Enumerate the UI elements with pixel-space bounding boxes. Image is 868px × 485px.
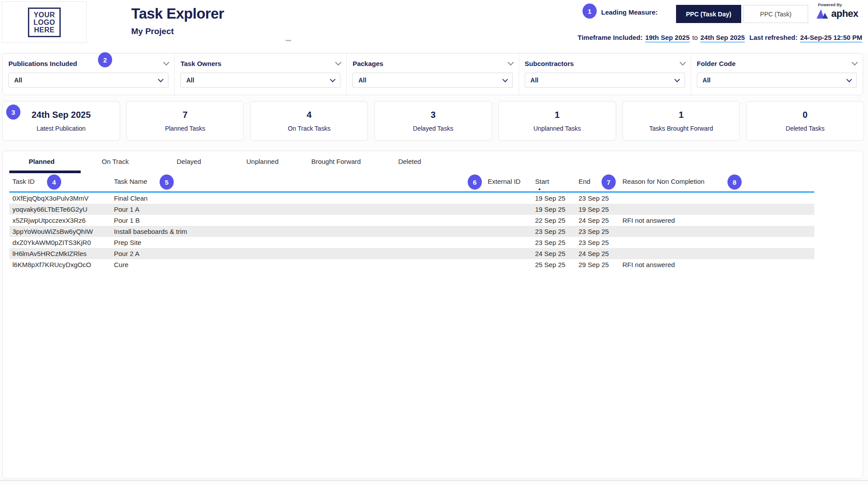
timeframe-label: Timeframe Included:: [578, 34, 642, 41]
logo-line: LOGO: [33, 19, 55, 26]
cell-reason: RFI not answered: [622, 259, 675, 270]
leading-measure-label: Leading Measure:: [601, 8, 658, 16]
cell-end: 19 Sep 25: [579, 204, 609, 215]
publications-included-dropdown[interactable]: All: [8, 73, 168, 88]
kpi-value: 24th Sep 2025: [31, 110, 90, 120]
kpi-label: Unplanned Tasks: [533, 125, 581, 132]
kpi-on-track-tasks: 4 On Track Tasks: [250, 101, 368, 141]
filter-task-owners: Task Owners All: [175, 54, 347, 95]
aphex-brand: Powered By aphex: [817, 2, 867, 19]
task-explorer-page: YOUR LOGO HERE Task Explorer My Project …: [0, 0, 868, 485]
cell-task-name: Install baseboards & trim: [114, 226, 187, 237]
timeframe-start-date: 19th Sep 2025: [645, 34, 689, 43]
timeframe-end-date: 24th Sep 2025: [700, 34, 745, 43]
column-header-end[interactable]: End: [579, 176, 590, 187]
cell-task-id: 3ppYoWouWiZsBw6yQhIW: [12, 226, 93, 237]
column-header-reason[interactable]: Reason for Non Completion: [622, 176, 704, 187]
cell-end: 23 Sep 25: [579, 226, 609, 237]
cell-task-id: yoqvaky66LTbETe6G2yU: [12, 204, 87, 215]
table-row[interactable]: dxZ0YkAWM0pZITS3KjR0 Prep Site 23 Sep 25…: [9, 237, 814, 248]
filter-label: Publications Included: [8, 60, 77, 67]
cell-task-name: Cure: [114, 259, 129, 270]
cell-end: 24 Sep 25: [579, 215, 609, 226]
table-row[interactable]: yoqvaky66LTbETe6G2yU Pour 1 A 19 Sep 25 …: [9, 204, 814, 215]
table-row[interactable]: 3ppYoWouWiZsBw6yQhIW Install baseboards …: [9, 226, 814, 237]
filter-label: Folder Code: [697, 60, 736, 67]
dropdown-value: All: [186, 77, 194, 84]
chevron-down-icon: [163, 59, 169, 65]
cell-task-id: dxZ0YkAWM0pZITS3KjR0: [12, 237, 91, 248]
cell-start: 19 Sep 25: [535, 193, 565, 204]
kpi-planned-tasks: 7 Planned Tasks: [126, 101, 244, 141]
subcontractors-dropdown[interactable]: All: [525, 73, 685, 88]
tab-deleted[interactable]: Deleted: [373, 154, 446, 169]
table-row[interactable]: lH6lmAv5HRCzMkIZRles Pour 2 A 24 Sep 25 …: [9, 248, 814, 259]
cell-task-name: Prep Site: [114, 237, 141, 248]
column-header-start[interactable]: Start: [535, 176, 549, 187]
kpi-label: Latest Publication: [37, 125, 86, 132]
cell-task-name: Pour 1 B: [114, 215, 140, 226]
sort-ascending-icon: ▲: [538, 187, 541, 191]
cell-task-name: Pour 2 A: [114, 248, 140, 259]
filter-header[interactable]: Publications Included: [8, 58, 168, 69]
dropdown-value: All: [703, 77, 711, 84]
chevron-down-icon: [846, 77, 852, 82]
column-header-task-name[interactable]: Task Name: [114, 176, 147, 187]
filter-header[interactable]: Packages: [352, 58, 512, 69]
kpi-deleted-tasks: 0 Deleted Tasks: [746, 101, 864, 141]
tab-delayed[interactable]: Delayed: [152, 154, 226, 169]
cell-start: 23 Sep 25: [535, 226, 565, 237]
column-header-external-id[interactable]: External ID: [488, 176, 520, 187]
filter-label: Packages: [352, 60, 383, 67]
kpi-value: 4: [307, 110, 312, 120]
timeframe-included: Timeframe Included: 19th Sep 2025 to 24t…: [578, 34, 745, 43]
dropdown-value: All: [14, 77, 22, 84]
annotation-badge-3: 3: [6, 105, 20, 120]
packages-dropdown[interactable]: All: [352, 73, 512, 88]
kpi-label: On Track Tasks: [288, 125, 330, 132]
filter-header[interactable]: Subcontractors: [525, 58, 685, 69]
table-row[interactable]: l6KM8pXf7KRUcyDxgOcO Cure 25 Sep 25 29 S…: [9, 259, 814, 270]
folder-code-dropdown[interactable]: All: [697, 73, 857, 88]
task-status-tabs: Planned On Track Delayed Unplanned Broug…: [5, 154, 446, 169]
cell-start: 19 Sep 25: [535, 204, 565, 215]
cell-reason: RFI not answered: [622, 215, 675, 226]
annotation-badge-2: 2: [98, 52, 112, 67]
timeframe-to: to: [692, 34, 698, 41]
kpi-value: 1: [555, 110, 559, 120]
ppc-task-day-button[interactable]: PPC (Task Day): [676, 5, 741, 23]
filter-header[interactable]: Task Owners: [180, 58, 340, 69]
chevron-down-icon: [680, 59, 686, 65]
annotation-badge-8: 8: [727, 175, 742, 190]
task-owners-dropdown[interactable]: All: [180, 73, 340, 88]
tab-on-track[interactable]: On Track: [78, 154, 152, 169]
chevron-down-icon: [502, 77, 508, 82]
logo-line: YOUR: [33, 11, 55, 19]
kpi-latest-publication: 3 24th Sep 2025 Latest Publication: [2, 101, 120, 141]
tab-planned[interactable]: Planned: [5, 154, 78, 169]
task-table-body: 0XfEjqQbqX3oPulv3MmV Final Clean 19 Sep …: [9, 193, 814, 270]
chevron-down-icon: [335, 59, 341, 65]
tab-unplanned[interactable]: Unplanned: [226, 154, 299, 169]
tab-brought-forward[interactable]: Brought Forward: [299, 154, 373, 169]
chevron-down-icon: [508, 59, 514, 65]
visual-header-dash: [285, 40, 291, 41]
column-header-task-id[interactable]: Task ID: [12, 176, 35, 187]
cell-task-id: x5ZRjwpUtpcczexX3Rz6: [12, 215, 86, 226]
kpi-label: Tasks Brought Forward: [649, 125, 713, 132]
table-row[interactable]: 0XfEjqQbqX3oPulv3MmV Final Clean 19 Sep …: [9, 193, 814, 204]
cell-end: 23 Sep 25: [579, 193, 609, 204]
annotation-badge-7: 7: [602, 175, 616, 190]
dropdown-value: All: [531, 77, 539, 84]
kpi-delayed-tasks: 3 Delayed Tasks: [374, 101, 492, 141]
filter-header[interactable]: Folder Code: [697, 58, 857, 69]
cell-end: 29 Sep 25: [579, 259, 609, 270]
cell-start: 24 Sep 25: [535, 248, 565, 259]
last-refreshed-label: Last refreshed:: [750, 34, 798, 41]
ppc-task-button[interactable]: PPC (Task): [743, 5, 808, 23]
aphex-wordmark: aphex: [831, 9, 858, 19]
chevron-down-icon: [674, 77, 680, 82]
kpi-value: 3: [430, 110, 435, 120]
kpi-value: 0: [803, 110, 808, 120]
table-row[interactable]: x5ZRjwpUtpcczexX3Rz6 Pour 1 B 22 Sep 25 …: [9, 215, 814, 226]
